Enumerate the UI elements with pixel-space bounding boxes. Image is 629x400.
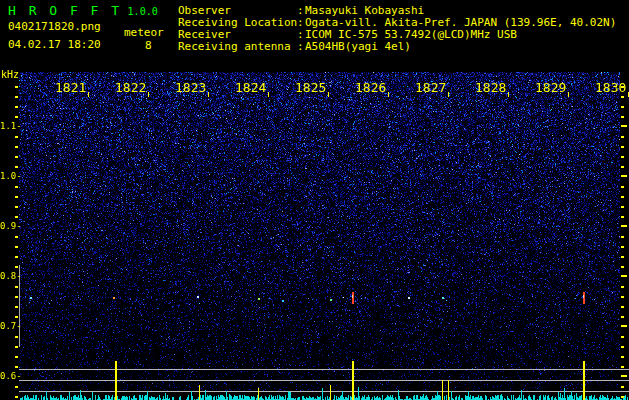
x-axis-label: 1822 — [115, 80, 146, 95]
meteor-count: 8 — [145, 39, 152, 52]
app-title-line: H R O F F T1.0.0 — [8, 3, 158, 18]
y-axis-label: 0.7 — [0, 321, 22, 331]
y-axis-label: 1.0 — [0, 171, 22, 181]
y-axis-label: 1.1 — [0, 121, 22, 131]
y-axis-label: 0.6 — [0, 371, 22, 381]
y-axis-unit-label: kHz — [1, 69, 19, 80]
x-axis-label: 1823 — [175, 80, 206, 95]
y-axis-label: 0.9 — [0, 221, 22, 231]
x-axis-label: 1825 — [295, 80, 326, 95]
app-title: H R O F F T — [8, 3, 122, 18]
field-colon: : — [297, 41, 305, 53]
datetime-label: 04.02.17 18:20 — [8, 38, 101, 51]
x-axis-label: 1824 — [235, 80, 266, 95]
x-axis-label: 1827 — [415, 80, 446, 95]
x-axis-label: 1829 — [535, 80, 566, 95]
station-field-row: Receiving antenna:A504HB(yagi 4el) — [178, 41, 616, 53]
y-axis-label: 0.8 — [0, 271, 22, 281]
output-filename: 0402171820.png — [8, 20, 101, 33]
app-version: 1.0.0 — [128, 6, 158, 17]
hrofft-screen: H R O F F T1.0.0 0402171820.png meteor 0… — [0, 0, 629, 400]
spectrogram-canvas — [0, 60, 629, 400]
x-axis-label: 1821 — [55, 80, 86, 95]
x-axis-label: 1828 — [475, 80, 506, 95]
mode-label: meteor — [124, 26, 164, 39]
x-axis-label: 1830 — [595, 80, 626, 95]
x-axis-label: 1826 — [355, 80, 386, 95]
field-label: Receiving antenna — [178, 41, 297, 53]
station-info-fields: Observer:Masayuki KobayashiReceiving Loc… — [178, 5, 616, 53]
field-value: A504HB(yagi 4el) — [305, 41, 411, 53]
